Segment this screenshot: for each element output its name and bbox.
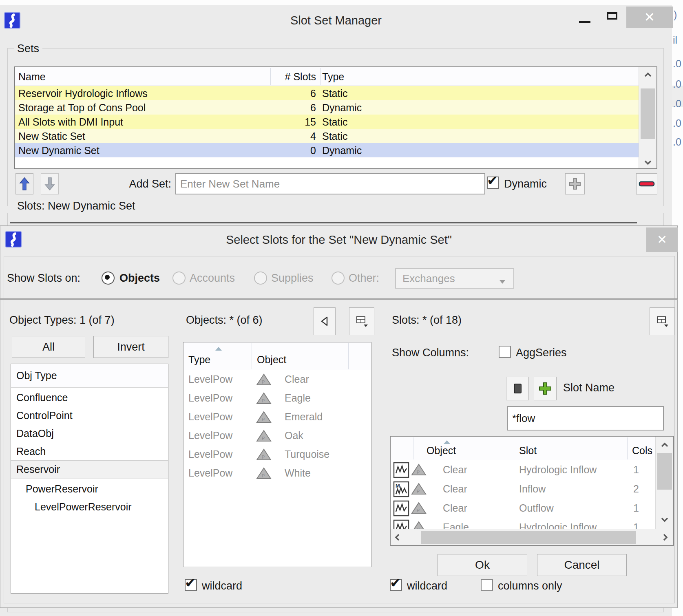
table-row[interactable]: Reservoir Hydrologic Inflows 6 Static bbox=[15, 86, 639, 100]
aggseries-label[interactable]: AggSeries bbox=[516, 347, 567, 359]
column-header-slots[interactable]: # Slots bbox=[259, 71, 316, 83]
slot-object: Clear bbox=[443, 502, 467, 514]
radio-other-label: Other: bbox=[349, 272, 379, 285]
object-row[interactable]: LevelPow P Turquoise bbox=[183, 445, 371, 464]
slots-view-menu-button[interactable] bbox=[650, 307, 675, 335]
set-count: 6 bbox=[259, 102, 316, 114]
objects-view-menu-button[interactable] bbox=[349, 307, 374, 335]
dynamic-checkbox[interactable]: ✔ bbox=[487, 177, 499, 189]
object-types-label: Object Types: 1 (of 7) bbox=[9, 314, 115, 327]
column-header-obj-type[interactable]: Obj Type bbox=[16, 370, 57, 382]
set-type: Static bbox=[322, 130, 348, 142]
titlebar[interactable]: Slot Set Manager ✕ bbox=[0, 5, 672, 37]
select-slots-dialog: Select Slots for the Set "New Dynamic Se… bbox=[0, 225, 678, 608]
column-header-name[interactable]: Name bbox=[18, 71, 46, 83]
all-button[interactable]: All bbox=[12, 336, 85, 358]
list-item[interactable]: DataObj bbox=[16, 428, 54, 439]
object-row[interactable]: LevelPow P Eagle bbox=[183, 389, 371, 408]
table-row[interactable]: New Static Set 4 Static bbox=[15, 129, 639, 143]
bg-text-fragment: il bbox=[673, 34, 677, 46]
list-item[interactable]: ControlPoint bbox=[16, 410, 73, 422]
slots-hscrollbar[interactable] bbox=[391, 529, 673, 545]
invert-button[interactable]: Invert bbox=[93, 336, 168, 358]
dialog-titlebar[interactable]: Select Slots for the Set "New Dynamic Se… bbox=[0, 226, 677, 254]
move-up-button[interactable] bbox=[15, 173, 33, 194]
slot-filter-type-button[interactable] bbox=[506, 377, 529, 400]
cancel-button[interactable]: Cancel bbox=[537, 554, 627, 576]
minimize-icon[interactable] bbox=[579, 21, 590, 23]
sets-table-header[interactable]: Name # Slots Type bbox=[15, 67, 639, 86]
dialog-close-icon[interactable]: ✕ bbox=[646, 227, 678, 252]
column-header-slot[interactable]: Slot bbox=[519, 445, 537, 457]
scroll-left-icon[interactable] bbox=[395, 533, 400, 543]
object-row[interactable]: LevelPow P White bbox=[183, 464, 371, 483]
scroll-up-icon[interactable] bbox=[644, 71, 652, 79]
list-item[interactable]: PowerReservoir bbox=[26, 483, 98, 495]
table-row-selected[interactable]: New Dynamic Set 0 Dynamic bbox=[15, 143, 639, 157]
objects-table[interactable]: Type Object LevelPow P Clear LevelPow P … bbox=[183, 342, 371, 567]
slots-wildcard-checkbox[interactable]: ✔ bbox=[390, 579, 402, 591]
list-item-selected[interactable]: Reservoir bbox=[11, 460, 168, 479]
move-down-button[interactable] bbox=[41, 173, 59, 194]
object-types-list[interactable]: Obj Type Confluence ControlPoint DataObj… bbox=[11, 364, 168, 594]
dynamic-checkbox-label[interactable]: Dynamic bbox=[504, 178, 547, 190]
radio-objects-label[interactable]: Objects bbox=[119, 272, 160, 285]
table-row[interactable]: All Slots with DMI Input 15 Static bbox=[15, 115, 639, 129]
columns-only-label[interactable]: columns only bbox=[498, 580, 562, 592]
list-item[interactable]: LevelPowerReservoir bbox=[35, 501, 132, 513]
object-type: LevelPow bbox=[188, 411, 232, 423]
objects-wildcard-label[interactable]: wildcard bbox=[202, 580, 242, 592]
object-name: Emerald bbox=[285, 411, 323, 423]
sets-scrollbar[interactable] bbox=[639, 67, 656, 168]
slots-table-header[interactable]: Object Slot Cols bbox=[391, 437, 655, 460]
obj-type-header[interactable]: Obj Type bbox=[11, 364, 168, 388]
list-item[interactable]: Confluence bbox=[16, 392, 68, 404]
object-row[interactable]: LevelPow P Clear bbox=[183, 370, 371, 389]
slot-row[interactable]: P Clear Outflow 1 bbox=[391, 499, 655, 518]
add-set-button[interactable] bbox=[565, 173, 585, 194]
slots-wildcard-label[interactable]: wildcard bbox=[407, 580, 447, 592]
slot-name-filter-input[interactable] bbox=[507, 406, 664, 431]
column-header-type[interactable]: Type bbox=[322, 71, 344, 83]
column-header-object[interactable]: Object bbox=[427, 445, 456, 457]
scroll-thumb[interactable] bbox=[641, 88, 655, 139]
table-menu-icon bbox=[656, 315, 669, 328]
close-icon[interactable]: ✕ bbox=[626, 7, 673, 28]
scroll-right-icon[interactable] bbox=[663, 533, 668, 543]
slots-table[interactable]: Object Slot Cols P Clear Hydrologic Infl… bbox=[390, 436, 674, 546]
ok-button[interactable]: Ok bbox=[438, 554, 527, 576]
add-set-input[interactable] bbox=[175, 173, 485, 194]
scroll-down-icon[interactable] bbox=[644, 159, 652, 167]
add-filter-button[interactable] bbox=[534, 377, 557, 400]
radio-other bbox=[332, 272, 345, 285]
objects-table-header[interactable]: Type Object bbox=[183, 342, 371, 370]
maximize-icon[interactable] bbox=[607, 12, 617, 20]
object-row[interactable]: LevelPow P Oak bbox=[183, 426, 371, 445]
remove-set-button[interactable] bbox=[636, 173, 657, 194]
scroll-thumb[interactable] bbox=[657, 453, 672, 490]
svg-text:P: P bbox=[417, 470, 420, 475]
slots-vscrollbar[interactable] bbox=[655, 437, 673, 529]
slot-row[interactable]: P Eagle Hydrologic Inflow 1 bbox=[391, 518, 655, 529]
columns-only-checkbox[interactable] bbox=[481, 579, 493, 591]
list-item[interactable]: Reach bbox=[16, 446, 46, 457]
object-name: White bbox=[285, 467, 311, 479]
dropdown-value: Exchanges bbox=[402, 272, 455, 285]
column-header-object[interactable]: Object bbox=[257, 354, 286, 366]
column-header-type[interactable]: Type bbox=[188, 354, 210, 366]
object-row[interactable]: LevelPow P Emerald bbox=[183, 408, 371, 426]
column-header-cols[interactable]: Cols bbox=[632, 445, 652, 457]
scroll-thumb[interactable] bbox=[421, 531, 636, 544]
table-row[interactable]: Storage at Top of Cons Pool 6 Dynamic bbox=[15, 100, 639, 115]
radio-objects[interactable] bbox=[102, 272, 115, 285]
chevron-down-icon bbox=[499, 275, 506, 287]
column-divider bbox=[627, 437, 628, 459]
slot-row[interactable]: M P Clear Inflow 2 bbox=[391, 479, 655, 499]
scroll-up-icon[interactable] bbox=[661, 442, 669, 449]
scroll-down-icon[interactable] bbox=[661, 517, 669, 524]
sets-table[interactable]: Name # Slots Type Reservoir Hydrologic I… bbox=[14, 66, 657, 169]
objects-wildcard-checkbox[interactable]: ✔ bbox=[185, 579, 197, 591]
slot-row[interactable]: P Clear Hydrologic Inflow 1 bbox=[391, 460, 655, 479]
collapse-left-button[interactable] bbox=[314, 307, 336, 335]
aggseries-checkbox[interactable] bbox=[499, 346, 511, 358]
